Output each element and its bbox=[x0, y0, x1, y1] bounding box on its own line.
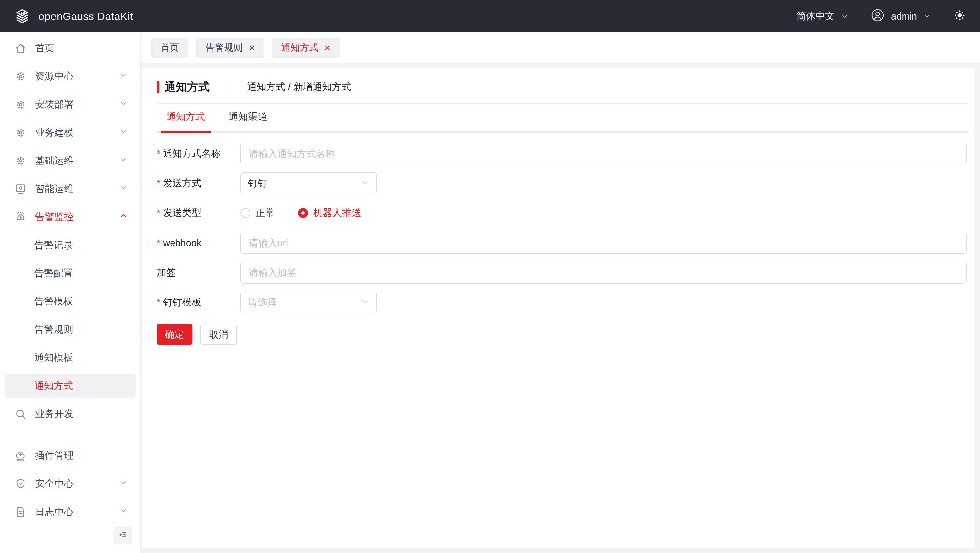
required-mark: * bbox=[157, 238, 160, 248]
brand-name: openGauss DataKit bbox=[38, 10, 133, 22]
form-row-name: * 通知方式名称 bbox=[157, 143, 967, 164]
language-switcher[interactable]: 简体中文 bbox=[796, 10, 849, 23]
page-card: 通知方式 通知方式 / 新增通知方式 通知方式 通知渠道 * 通知方式名称 bbox=[142, 68, 974, 548]
tab-alert-rules[interactable]: 告警规则 × bbox=[196, 38, 264, 57]
opengauss-logo-icon bbox=[13, 7, 31, 25]
cancel-button[interactable]: 取消 bbox=[200, 324, 237, 345]
sidebar-subitem-alert-config[interactable]: 告警配置 bbox=[0, 259, 140, 287]
notify-method-name-input[interactable] bbox=[240, 143, 967, 164]
required-mark: * bbox=[157, 208, 160, 219]
send-method-select[interactable]: 钉钉 bbox=[240, 172, 377, 194]
close-icon[interactable]: × bbox=[325, 42, 331, 53]
main-area: 首页 告警规则 × 通知方式 × 通知方式 通知方式 / 新增通知方式 bbox=[141, 32, 980, 553]
form-row-send-type: * 发送类型 正常 机器人推送 bbox=[157, 202, 967, 224]
user-menu[interactable]: admin bbox=[870, 8, 931, 25]
theme-toggle-button[interactable] bbox=[953, 8, 967, 24]
sidebar-item-label: 插件管理 bbox=[35, 449, 128, 462]
sun-icon bbox=[953, 8, 967, 24]
field-label-text: 发送类型 bbox=[163, 207, 201, 220]
sidebar-item-basic-ops[interactable]: 基础运维 bbox=[0, 146, 140, 175]
field-label-text: 钉钉模板 bbox=[163, 296, 201, 309]
form-row-send-method: * 发送方式 钉钉 bbox=[157, 172, 967, 194]
form-actions: 确定 取消 bbox=[157, 324, 967, 345]
close-icon[interactable]: × bbox=[249, 42, 255, 53]
field-label-text: 通知方式名称 bbox=[163, 147, 221, 160]
sidebar-item-label: 安全中心 bbox=[35, 477, 119, 491]
sidebar-item-log-center[interactable]: 日志中心 bbox=[0, 498, 140, 526]
collapse-sidebar-icon bbox=[118, 530, 128, 541]
sidebar-item-resource-center[interactable]: 资源中心 bbox=[0, 62, 140, 91]
sidebar: 首页 资源中心 安装部署 bbox=[0, 32, 141, 553]
page-header: 通知方式 通知方式 / 新增通知方式 bbox=[157, 79, 969, 95]
home-icon bbox=[14, 42, 27, 55]
chevron-down-icon bbox=[119, 183, 128, 194]
tab-label: 通知方式 bbox=[282, 41, 318, 54]
sidebar-subitem-alert-rules[interactable]: 告警规则 bbox=[0, 315, 140, 343]
tab-label: 告警规则 bbox=[205, 41, 243, 54]
top-bar: openGauss DataKit 简体中文 admin bbox=[0, 0, 980, 32]
field-label-webhook: * webhook bbox=[157, 238, 240, 248]
chevron-down-icon bbox=[119, 478, 128, 489]
tab-home[interactable]: 首页 bbox=[151, 38, 188, 57]
form-tabs: 通知方式 通知渠道 bbox=[157, 110, 969, 133]
form-row-sign: 加签 bbox=[157, 262, 967, 284]
sidebar-item-label: 智能运维 bbox=[35, 182, 119, 195]
dingtalk-template-select[interactable]: 请选择 bbox=[240, 292, 377, 313]
confirm-button[interactable]: 确定 bbox=[157, 324, 192, 345]
radio-checked-icon bbox=[298, 208, 308, 218]
cloud-plugin-icon bbox=[14, 449, 27, 462]
required-mark: * bbox=[157, 297, 160, 308]
sidebar-item-intelligent-ops[interactable]: 智能运维 bbox=[0, 175, 140, 203]
sidebar-subitem-label: 通知模板 bbox=[35, 351, 73, 364]
sign-input[interactable] bbox=[240, 262, 967, 284]
sidebar-item-business-dev[interactable]: 业务开发 bbox=[0, 400, 140, 428]
sidebar-item-label: 资源中心 bbox=[35, 70, 119, 83]
sidebar-subitem-alert-template[interactable]: 告警模板 bbox=[0, 287, 140, 315]
page-title: 通知方式 bbox=[165, 79, 210, 95]
field-label-template: * 钉钉模板 bbox=[157, 296, 240, 309]
sidebar-item-business-modeling[interactable]: 业务建模 bbox=[0, 119, 140, 146]
sidebar-item-plugin-management[interactable]: 插件管理 bbox=[0, 442, 140, 470]
template-placeholder: 请选择 bbox=[248, 296, 360, 309]
chevron-down-icon bbox=[119, 127, 128, 138]
radio-option-normal[interactable]: 正常 bbox=[240, 207, 275, 220]
field-label-send-method: * 发送方式 bbox=[157, 177, 240, 190]
language-label: 简体中文 bbox=[796, 10, 835, 23]
shield-check-icon bbox=[14, 477, 27, 491]
title-accent-bar bbox=[157, 81, 159, 93]
form-row-template: * 钉钉模板 请选择 bbox=[157, 292, 967, 313]
field-label-sign: 加签 bbox=[157, 266, 240, 279]
sidebar-item-alert-monitoring[interactable]: 告警监控 bbox=[0, 203, 140, 231]
gear-icon bbox=[14, 98, 27, 111]
collapse-sidebar-button[interactable] bbox=[114, 526, 132, 544]
field-label-send-type: * 发送类型 bbox=[157, 207, 240, 220]
radio-label: 机器人推送 bbox=[313, 207, 361, 220]
content-area: 通知方式 通知方式 / 新增通知方式 通知方式 通知渠道 * 通知方式名称 bbox=[141, 63, 980, 553]
webhook-input[interactable] bbox=[240, 232, 967, 254]
required-mark: * bbox=[157, 178, 160, 189]
sidebar-item-install-deploy[interactable]: 安装部署 bbox=[0, 91, 140, 119]
field-label-text: 加签 bbox=[157, 266, 176, 279]
chevron-down-icon bbox=[923, 12, 931, 20]
sidebar-item-label: 首页 bbox=[35, 42, 128, 55]
chevron-down-icon bbox=[360, 297, 369, 308]
sidebar-subitem-alert-records[interactable]: 告警记录 bbox=[0, 231, 140, 259]
send-method-value: 钉钉 bbox=[248, 177, 360, 190]
sidebar-subitem-label: 告警模板 bbox=[35, 295, 73, 308]
sidebar-item-label: 基础运维 bbox=[35, 154, 119, 167]
gear-icon bbox=[14, 126, 27, 139]
sidebar-subitem-notify-template[interactable]: 通知模板 bbox=[0, 343, 140, 372]
radio-label: 正常 bbox=[256, 207, 275, 220]
radio-option-robot-push[interactable]: 机器人推送 bbox=[298, 207, 361, 220]
chevron-up-icon bbox=[119, 211, 128, 222]
username-label: admin bbox=[891, 11, 917, 22]
gear-icon bbox=[14, 154, 27, 167]
sidebar-item-security-center[interactable]: 安全中心 bbox=[0, 470, 140, 498]
chevron-down-icon bbox=[119, 506, 128, 517]
sidebar-subitem-notify-method[interactable]: 通知方式 bbox=[5, 373, 136, 398]
sidebar-subitem-label: 通知方式 bbox=[35, 379, 73, 393]
tab-notify-method-form[interactable]: 通知方式 bbox=[167, 110, 205, 131]
tab-notify-method[interactable]: 通知方式 × bbox=[272, 38, 340, 57]
tab-notify-channel-form[interactable]: 通知渠道 bbox=[229, 110, 267, 131]
sidebar-item-home[interactable]: 首页 bbox=[0, 34, 140, 62]
